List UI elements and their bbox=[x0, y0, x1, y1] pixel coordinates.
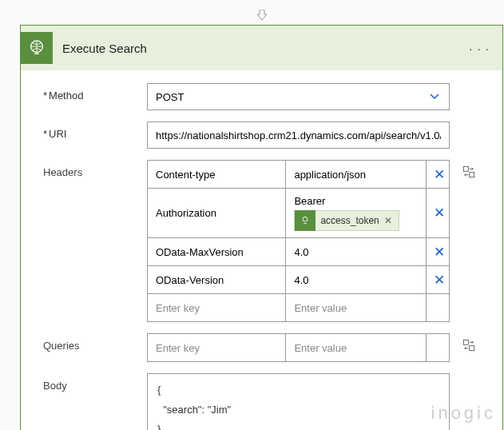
uri-input[interactable] bbox=[147, 121, 450, 149]
header-key[interactable]: Authorization bbox=[148, 189, 286, 237]
remove-header-button[interactable]: ✕ bbox=[427, 189, 449, 237]
header-key[interactable]: Content-type bbox=[148, 161, 286, 188]
flow-arrow-icon bbox=[10, 10, 504, 23]
svg-rect-3 bbox=[470, 173, 474, 177]
globe-icon bbox=[21, 32, 53, 64]
method-value: POST bbox=[156, 91, 184, 103]
headers-table: Content-type application/json ✕ Authoriz… bbox=[147, 160, 450, 322]
queries-label: Queries bbox=[43, 333, 147, 352]
switch-mode-icon[interactable] bbox=[462, 165, 476, 181]
method-label: Method bbox=[43, 90, 83, 102]
header-value[interactable]: application/json bbox=[286, 161, 427, 188]
card-menu-button[interactable]: · · · bbox=[466, 42, 493, 55]
body-textarea[interactable]: { "search": "Jim" } bbox=[147, 373, 450, 430]
svg-rect-4 bbox=[463, 340, 468, 344]
query-value-input[interactable]: Enter value bbox=[286, 334, 427, 361]
token-icon bbox=[295, 210, 315, 231]
action-card: Execute Search · · · Method POST URI bbox=[20, 25, 503, 430]
card-title: Execute Search bbox=[62, 42, 466, 55]
switch-mode-icon[interactable] bbox=[462, 338, 476, 355]
header-value[interactable]: 4.0 bbox=[286, 266, 427, 293]
dynamic-token[interactable]: access_token ✕ bbox=[294, 210, 399, 231]
body-label: Body bbox=[43, 373, 147, 392]
header-value[interactable]: Bearer access_token ✕ bbox=[286, 189, 427, 237]
method-select[interactable]: POST bbox=[147, 83, 450, 110]
remove-header-button[interactable]: ✕ bbox=[427, 238, 449, 265]
uri-label: URI bbox=[43, 128, 66, 140]
svg-point-1 bbox=[303, 217, 308, 221]
remove-header-button[interactable]: ✕ bbox=[427, 161, 449, 188]
remove-header-button[interactable]: ✕ bbox=[427, 266, 449, 293]
card-header[interactable]: Execute Search · · · bbox=[21, 26, 502, 70]
queries-table: Enter key Enter value ✕ bbox=[147, 333, 450, 362]
svg-rect-5 bbox=[470, 346, 474, 351]
header-value[interactable]: 4.0 bbox=[286, 238, 427, 265]
chevron-down-icon bbox=[428, 90, 441, 105]
query-key-input[interactable]: Enter key bbox=[148, 334, 286, 361]
header-key-input[interactable]: Enter key bbox=[148, 294, 286, 321]
svg-rect-2 bbox=[463, 166, 468, 171]
header-key[interactable]: OData-MaxVersion bbox=[148, 238, 286, 265]
headers-label: Headers bbox=[43, 160, 147, 178]
remove-token-button[interactable]: ✕ bbox=[384, 215, 392, 226]
header-key[interactable]: OData-Version bbox=[148, 266, 286, 293]
header-value-input[interactable]: Enter value bbox=[286, 294, 427, 321]
